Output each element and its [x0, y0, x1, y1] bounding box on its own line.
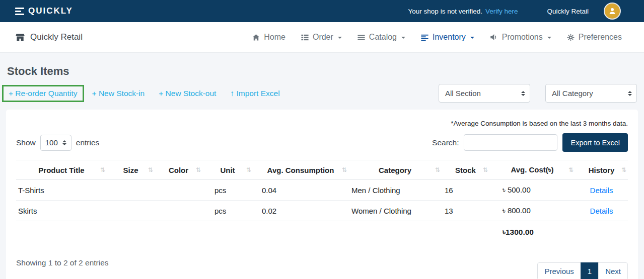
nav-item-preferences[interactable]: Preferences — [566, 33, 622, 42]
table-row: T-Shirts pcs 0.04 Men / Clothing 16 ৳ 50… — [16, 180, 628, 201]
home-icon — [252, 33, 260, 42]
nav-item-order[interactable]: Order — [301, 33, 342, 42]
entries-label: entries — [76, 138, 100, 147]
avg-cost-total: ৳1300.00 — [489, 221, 575, 244]
table-total-row: ৳1300.00 — [16, 221, 628, 244]
table-footer: Showing 1 to 2 of 2 entries Previous 1 N… — [16, 255, 628, 279]
cell-color — [155, 180, 202, 201]
nav-item-label: Order — [313, 33, 333, 42]
entries-select[interactable]: 100 — [40, 135, 71, 151]
table-row: Skirts pcs 0.02 Women / Clothing 13 ৳ 80… — [16, 201, 628, 221]
new-stock-out-link[interactable]: + New Stock-out — [159, 89, 216, 98]
cell-size — [107, 180, 155, 201]
actions-row: + Re-order Quantity + New Stock-in + New… — [7, 84, 637, 103]
quickly-logo[interactable]: QUICKLY — [15, 6, 73, 16]
cell-category: Men / Clothing — [348, 180, 442, 201]
section-filter-value: All Section — [445, 89, 481, 98]
cell-size — [107, 201, 155, 221]
nav-item-label: Promotions — [502, 33, 543, 42]
column-header-size[interactable]: Size⇅ — [107, 160, 155, 180]
column-header-avg-cost[interactable]: Avg. Cost(৳)⇅ — [489, 160, 575, 180]
megaphone-icon — [489, 33, 498, 42]
search-input[interactable] — [464, 134, 557, 151]
show-entries: Show 100 entries — [16, 135, 99, 151]
stock-items-panel: *Average Consumption is based on the las… — [6, 110, 638, 279]
cell-stock: 16 — [442, 180, 489, 201]
verify-text: Your shop is not verified. — [408, 8, 482, 15]
nav-item-label: Home — [264, 33, 285, 42]
store-icon — [15, 33, 25, 42]
column-header-category[interactable]: Category⇅ — [348, 160, 442, 180]
reorder-quantity-highlight-box: + Re-order Quantity — [2, 85, 84, 102]
import-excel-link[interactable]: ↑ Import Excel — [230, 89, 279, 98]
sort-icon: ⇅ — [342, 166, 347, 173]
table-controls: Show 100 entries Search: Export to Excel — [16, 133, 628, 152]
pagination-previous[interactable]: Previous — [537, 262, 581, 279]
select-arrows-icon — [62, 140, 66, 145]
details-link[interactable]: Details — [590, 207, 613, 215]
quickly-logo-icon — [15, 8, 24, 15]
sort-icon: ⇅ — [246, 166, 251, 173]
order-list-icon — [301, 33, 309, 42]
column-header-product-title[interactable]: Product Title⇅ — [16, 160, 107, 180]
cell-product-title: T-Shirts — [16, 180, 107, 201]
sort-icon: ⇅ — [435, 166, 440, 173]
sort-icon: ⇅ — [621, 166, 626, 173]
inventory-list-icon — [420, 33, 429, 42]
cell-color — [155, 201, 202, 221]
entries-value: 100 — [45, 138, 58, 147]
gear-icon — [566, 33, 575, 42]
nav-item-home[interactable]: Home — [252, 33, 285, 42]
cell-unit: pcs — [202, 201, 253, 221]
column-header-unit[interactable]: Unit⇅ — [202, 160, 253, 180]
catalog-list-icon — [357, 33, 366, 42]
chevron-down-icon — [470, 37, 474, 39]
cell-avg-consumption: 0.04 — [253, 180, 348, 201]
shop-name: Quickly Retail — [547, 8, 589, 15]
chevron-down-icon — [401, 37, 405, 39]
category-filter-select[interactable]: All Category — [545, 84, 637, 103]
nav-item-label: Inventory — [433, 33, 466, 42]
sort-icon: ⇅ — [196, 166, 201, 173]
nav-item-label: Preferences — [579, 33, 622, 42]
pagination: Previous 1 Next — [537, 262, 628, 279]
avg-consumption-note: *Average Consumption is based on the las… — [16, 120, 628, 127]
nav-item-label: Catalog — [369, 33, 397, 42]
column-header-color[interactable]: Color⇅ — [155, 160, 202, 180]
category-filter-value: All Category — [552, 89, 593, 98]
details-link[interactable]: Details — [590, 186, 613, 195]
topbar-right: Your shop is not verified. Verify here Q… — [408, 3, 621, 20]
stock-items-table: Product Title⇅ Size⇅ Color⇅ Unit⇅ Avg. C… — [16, 160, 628, 243]
cell-category: Women / Clothing — [348, 201, 442, 221]
page-title: Stock Items — [7, 65, 644, 78]
pagination-next[interactable]: Next — [598, 262, 628, 279]
nav-item-inventory[interactable]: Inventory — [420, 33, 474, 42]
cell-product-title: Skirts — [16, 201, 107, 221]
sort-icon: ⇅ — [568, 166, 574, 173]
filters: All Section All Category — [439, 84, 637, 103]
pagination-page-1[interactable]: 1 — [581, 262, 599, 279]
nav-item-promotions[interactable]: Promotions — [489, 33, 551, 42]
new-stock-in-link[interactable]: + New Stock-in — [92, 89, 145, 98]
sort-icon: ⇅ — [148, 166, 153, 173]
reorder-quantity-link[interactable]: + Re-order Quantity — [9, 89, 78, 98]
nav-item-catalog[interactable]: Catalog — [357, 33, 405, 42]
export-to-excel-button[interactable]: Export to Excel — [562, 133, 628, 152]
cell-avg-cost: ৳ 500.00 — [489, 180, 575, 201]
column-header-avg-consumption[interactable]: Avg. Consumption⇅ — [253, 160, 348, 180]
navbar: Quickly Retail Home Order Catalog Invent… — [0, 22, 644, 53]
navbar-brand[interactable]: Quickly Retail — [15, 32, 83, 42]
verify-here-link[interactable]: Verify here — [485, 8, 518, 15]
chevron-down-icon — [338, 37, 342, 39]
cell-unit: pcs — [202, 180, 253, 201]
cell-avg-consumption: 0.02 — [253, 201, 348, 221]
cell-stock: 13 — [442, 201, 489, 221]
sort-icon: ⇅ — [483, 166, 488, 173]
column-header-stock[interactable]: Stock⇅ — [442, 160, 489, 180]
section-filter-select[interactable]: All Section — [439, 84, 530, 103]
column-header-history[interactable]: History⇅ — [575, 160, 628, 180]
avatar[interactable] — [604, 3, 621, 20]
select-arrows-icon — [628, 91, 632, 96]
cell-avg-cost: ৳ 800.00 — [489, 201, 575, 221]
show-label: Show — [16, 138, 36, 147]
